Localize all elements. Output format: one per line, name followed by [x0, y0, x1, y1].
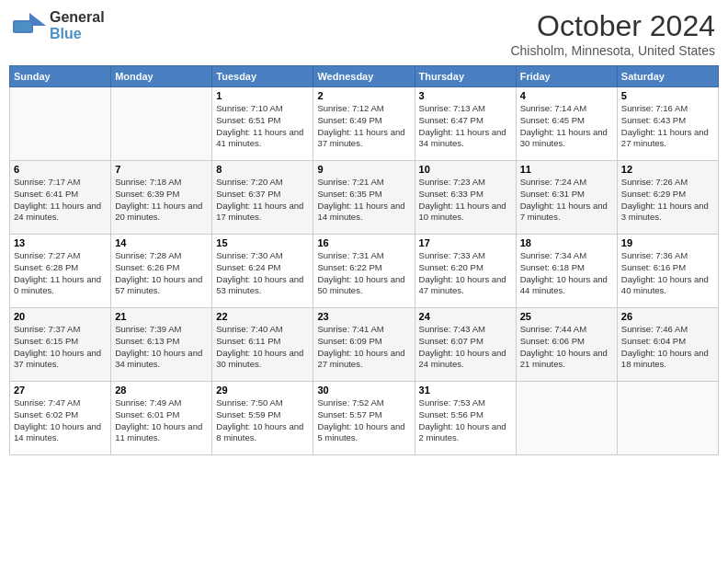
- calendar-day-cell: 18Sunrise: 7:34 AM Sunset: 6:18 PM Dayli…: [516, 235, 617, 308]
- day-number: 2: [317, 90, 410, 101]
- day-info: Sunrise: 7:49 AM Sunset: 6:01 PM Dayligh…: [115, 397, 208, 444]
- day-number: 19: [621, 237, 714, 248]
- calendar-day-cell: 6Sunrise: 7:17 AM Sunset: 6:41 PM Daylig…: [10, 161, 111, 235]
- title-section: October 2024 Chisholm, Minnesota, United…: [510, 9, 715, 58]
- calendar-day-cell: 2Sunrise: 7:12 AM Sunset: 6:49 PM Daylig…: [313, 87, 415, 161]
- day-info: Sunrise: 7:20 AM Sunset: 6:37 PM Dayligh…: [216, 177, 309, 224]
- logo: General Blue: [13, 9, 105, 42]
- day-info: Sunrise: 7:30 AM Sunset: 6:24 PM Dayligh…: [216, 250, 309, 297]
- day-number: 31: [419, 385, 512, 396]
- calendar-day-cell: 7Sunrise: 7:18 AM Sunset: 6:39 PM Daylig…: [111, 161, 212, 235]
- calendar-day-cell: 29Sunrise: 7:50 AM Sunset: 5:59 PM Dayli…: [212, 382, 313, 455]
- calendar-day-cell: 21Sunrise: 7:39 AM Sunset: 6:13 PM Dayli…: [111, 308, 212, 382]
- calendar-week-row: 20Sunrise: 7:37 AM Sunset: 6:15 PM Dayli…: [10, 308, 719, 382]
- calendar-day-cell: 31Sunrise: 7:53 AM Sunset: 5:56 PM Dayli…: [415, 382, 516, 455]
- day-number: 30: [317, 385, 410, 396]
- day-number: 7: [115, 164, 208, 175]
- calendar-day-cell: [617, 382, 718, 455]
- day-info: Sunrise: 7:28 AM Sunset: 6:26 PM Dayligh…: [115, 250, 208, 297]
- month-title: October 2024: [510, 9, 715, 43]
- day-info: Sunrise: 7:40 AM Sunset: 6:11 PM Dayligh…: [216, 324, 309, 371]
- day-number: 13: [14, 237, 107, 248]
- calendar-day-cell: 10Sunrise: 7:23 AM Sunset: 6:33 PM Dayli…: [415, 161, 516, 235]
- day-number: 4: [520, 90, 613, 101]
- day-number: 8: [216, 164, 309, 175]
- day-info: Sunrise: 7:43 AM Sunset: 6:07 PM Dayligh…: [419, 324, 512, 371]
- day-info: Sunrise: 7:18 AM Sunset: 6:39 PM Dayligh…: [115, 177, 208, 224]
- day-number: 29: [216, 385, 309, 396]
- day-number: 28: [115, 385, 208, 396]
- calendar-day-cell: 12Sunrise: 7:26 AM Sunset: 6:29 PM Dayli…: [617, 161, 718, 235]
- calendar-day-cell: 26Sunrise: 7:46 AM Sunset: 6:04 PM Dayli…: [617, 308, 718, 382]
- day-number: 25: [520, 311, 613, 322]
- day-number: 5: [621, 90, 714, 101]
- day-number: 15: [216, 237, 309, 248]
- day-number: 21: [115, 311, 208, 322]
- calendar-day-cell: 4Sunrise: 7:14 AM Sunset: 6:45 PM Daylig…: [516, 87, 617, 161]
- calendar-week-row: 6Sunrise: 7:17 AM Sunset: 6:41 PM Daylig…: [10, 161, 719, 235]
- day-info: Sunrise: 7:27 AM Sunset: 6:28 PM Dayligh…: [14, 250, 107, 297]
- weekday-header: Friday: [516, 66, 617, 87]
- calendar-day-cell: 17Sunrise: 7:33 AM Sunset: 6:20 PM Dayli…: [415, 235, 516, 308]
- day-info: Sunrise: 7:13 AM Sunset: 6:47 PM Dayligh…: [419, 103, 512, 150]
- day-info: Sunrise: 7:46 AM Sunset: 6:04 PM Dayligh…: [621, 324, 714, 371]
- calendar-day-cell: 30Sunrise: 7:52 AM Sunset: 5:57 PM Dayli…: [313, 382, 415, 455]
- calendar-day-cell: 8Sunrise: 7:20 AM Sunset: 6:37 PM Daylig…: [212, 161, 313, 235]
- weekday-header: Thursday: [415, 66, 516, 87]
- day-number: 17: [419, 237, 512, 248]
- calendar-day-cell: 5Sunrise: 7:16 AM Sunset: 6:43 PM Daylig…: [617, 87, 718, 161]
- weekday-header: Wednesday: [313, 66, 415, 87]
- calendar-week-row: 1Sunrise: 7:10 AM Sunset: 6:51 PM Daylig…: [10, 87, 719, 161]
- calendar-day-cell: 22Sunrise: 7:40 AM Sunset: 6:11 PM Dayli…: [212, 308, 313, 382]
- logo-icon: [13, 13, 46, 39]
- day-info: Sunrise: 7:10 AM Sunset: 6:51 PM Dayligh…: [216, 103, 309, 150]
- day-number: 6: [14, 164, 107, 175]
- day-number: 9: [317, 164, 410, 175]
- calendar-day-cell: [111, 87, 212, 161]
- calendar-week-row: 13Sunrise: 7:27 AM Sunset: 6:28 PM Dayli…: [10, 235, 719, 308]
- day-info: Sunrise: 7:44 AM Sunset: 6:06 PM Dayligh…: [520, 324, 613, 371]
- day-info: Sunrise: 7:47 AM Sunset: 6:02 PM Dayligh…: [14, 397, 107, 444]
- weekday-header: Saturday: [617, 66, 718, 87]
- day-info: Sunrise: 7:23 AM Sunset: 6:33 PM Dayligh…: [419, 177, 512, 224]
- calendar-day-cell: 16Sunrise: 7:31 AM Sunset: 6:22 PM Dayli…: [313, 235, 415, 308]
- day-info: Sunrise: 7:16 AM Sunset: 6:43 PM Dayligh…: [621, 103, 714, 150]
- calendar-day-cell: 1Sunrise: 7:10 AM Sunset: 6:51 PM Daylig…: [212, 87, 313, 161]
- day-info: Sunrise: 7:34 AM Sunset: 6:18 PM Dayligh…: [520, 250, 613, 297]
- day-info: Sunrise: 7:21 AM Sunset: 6:35 PM Dayligh…: [317, 177, 410, 224]
- calendar-day-cell: 28Sunrise: 7:49 AM Sunset: 6:01 PM Dayli…: [111, 382, 212, 455]
- svg-marker-1: [29, 13, 46, 26]
- calendar-week-row: 27Sunrise: 7:47 AM Sunset: 6:02 PM Dayli…: [10, 382, 719, 455]
- logo-blue: Blue: [50, 26, 82, 41]
- calendar-day-cell: 15Sunrise: 7:30 AM Sunset: 6:24 PM Dayli…: [212, 235, 313, 308]
- calendar-day-cell: 25Sunrise: 7:44 AM Sunset: 6:06 PM Dayli…: [516, 308, 617, 382]
- calendar-day-cell: 20Sunrise: 7:37 AM Sunset: 6:15 PM Dayli…: [10, 308, 111, 382]
- page-header: General Blue October 2024 Chisholm, Minn…: [9, 9, 719, 58]
- svg-rect-2: [15, 22, 31, 31]
- day-info: Sunrise: 7:36 AM Sunset: 6:16 PM Dayligh…: [621, 250, 714, 297]
- calendar-day-cell: 9Sunrise: 7:21 AM Sunset: 6:35 PM Daylig…: [313, 161, 415, 235]
- weekday-header: Sunday: [10, 66, 111, 87]
- day-info: Sunrise: 7:37 AM Sunset: 6:15 PM Dayligh…: [14, 324, 107, 371]
- day-info: Sunrise: 7:26 AM Sunset: 6:29 PM Dayligh…: [621, 177, 714, 224]
- calendar-day-cell: 27Sunrise: 7:47 AM Sunset: 6:02 PM Dayli…: [10, 382, 111, 455]
- day-info: Sunrise: 7:41 AM Sunset: 6:09 PM Dayligh…: [317, 324, 410, 371]
- calendar-day-cell: [10, 87, 111, 161]
- day-info: Sunrise: 7:24 AM Sunset: 6:31 PM Dayligh…: [520, 177, 613, 224]
- day-info: Sunrise: 7:17 AM Sunset: 6:41 PM Dayligh…: [14, 177, 107, 224]
- weekday-header-row: SundayMondayTuesdayWednesdayThursdayFrid…: [10, 66, 719, 87]
- calendar-day-cell: 19Sunrise: 7:36 AM Sunset: 6:16 PM Dayli…: [617, 235, 718, 308]
- day-number: 24: [419, 311, 512, 322]
- day-number: 12: [621, 164, 714, 175]
- calendar-day-cell: [516, 382, 617, 455]
- day-info: Sunrise: 7:12 AM Sunset: 6:49 PM Dayligh…: [317, 103, 410, 150]
- calendar-day-cell: 24Sunrise: 7:43 AM Sunset: 6:07 PM Dayli…: [415, 308, 516, 382]
- calendar-day-cell: 13Sunrise: 7:27 AM Sunset: 6:28 PM Dayli…: [10, 235, 111, 308]
- day-info: Sunrise: 7:14 AM Sunset: 6:45 PM Dayligh…: [520, 103, 613, 150]
- calendar-day-cell: 11Sunrise: 7:24 AM Sunset: 6:31 PM Dayli…: [516, 161, 617, 235]
- day-number: 18: [520, 237, 613, 248]
- logo-general: General: [50, 9, 105, 25]
- day-number: 16: [317, 237, 410, 248]
- day-number: 10: [419, 164, 512, 175]
- day-number: 11: [520, 164, 613, 175]
